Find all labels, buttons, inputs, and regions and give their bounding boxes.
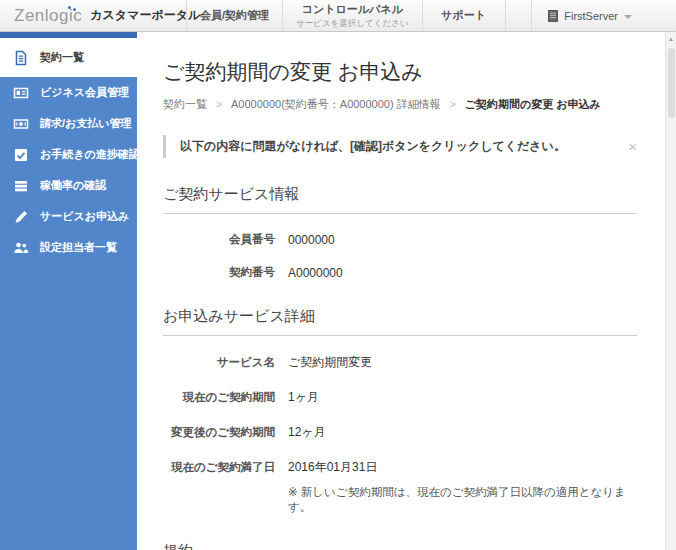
breadcrumb: 契約一覧 > A0000000(契約番号：A0000000) 詳細情報 > ご契…: [163, 97, 637, 112]
menu-sublabel: サービスを選択してください: [296, 18, 409, 30]
scrollbar[interactable]: ▲: [665, 32, 676, 550]
pen-icon: [13, 209, 29, 225]
sidebar-item-admin-list[interactable]: 設定担当者一覧: [0, 232, 137, 263]
header-menu: 会員/契約管理 コントロールパネル サービスを選択してください サポート: [186, 0, 506, 31]
main-content: ご契約期間の変更 お申込み 契約一覧 > A0000000(契約番号：A0000…: [137, 32, 665, 550]
close-icon[interactable]: ×: [628, 139, 637, 154]
sidebar-item-business-member[interactable]: ビジネス会員管理: [0, 77, 137, 108]
section-heading: ご契約サービス情報: [163, 185, 637, 214]
field-value: 2016年01月31日: [288, 459, 377, 476]
field-label: 契約番号: [163, 265, 275, 280]
section-heading: お申込みサービス詳細: [163, 307, 637, 336]
sidebar-item-label: 設定担当者一覧: [40, 240, 117, 255]
sidebar-item-progress-check[interactable]: お手続きの進捗確認: [0, 139, 137, 170]
sidebar-item-label: 稼働率の確認: [40, 178, 106, 193]
notice-banner: 以下の内容に問題がなければ、[確認]ボタンをクリックしてください。 ×: [163, 135, 637, 158]
page-title: ご契約期間の変更 お申込み: [163, 58, 637, 86]
menu-label: コントロールパネル: [302, 2, 403, 17]
billing-icon: [13, 116, 29, 132]
breadcrumb-current: ご契約期間の変更 お申込み: [465, 98, 601, 110]
menu-support[interactable]: サポート: [422, 0, 506, 31]
portal-title: カスタマーポータル: [90, 7, 200, 24]
field-value: A0000000: [288, 266, 343, 280]
sidebar-item-service-apply[interactable]: サービスお申込み: [0, 201, 137, 232]
sidebar-item-uptime[interactable]: 稼働率の確認: [0, 170, 137, 201]
sidebar-item-billing[interactable]: 請求/お支払い管理: [0, 108, 137, 139]
field-row-service-name: サービス名 ご契約期間変更: [163, 354, 637, 371]
field-label: 変更後のご契約期間: [163, 425, 275, 440]
notice-text: 以下の内容に問題がなければ、[確認]ボタンをクリックしてください。: [180, 138, 566, 155]
chevron-down-icon: [624, 15, 632, 19]
breadcrumb-separator: >: [450, 99, 456, 110]
scrollbar-thumb[interactable]: [668, 48, 675, 118]
section-heading: 規約: [163, 542, 637, 550]
account-menu[interactable]: FirstServer: [531, 0, 648, 31]
sidebar-item-label: 契約一覧: [40, 50, 84, 65]
field-value: 1ヶ月: [288, 389, 319, 406]
field-value: 0000000: [288, 233, 335, 247]
top-header: Zenlogic カスタマーポータル 会員/契約管理 コントロールパネル サービ…: [0, 0, 676, 32]
server-icon: [548, 10, 558, 22]
field-row-new-period: 変更後のご契約期間 12ヶ月: [163, 424, 637, 441]
menu-control-panel[interactable]: コントロールパネル サービスを選択してください: [282, 0, 422, 31]
sidebar-item-contract-list[interactable]: 契約一覧: [0, 38, 137, 77]
zenlogic-logo-text: Zenlogic: [14, 6, 82, 26]
account-name: FirstServer: [564, 10, 618, 22]
field-row-contract-number: 契約番号 A0000000: [163, 265, 637, 280]
field-row-member-number: 会員番号 0000000: [163, 232, 637, 247]
section-application-detail: お申込みサービス詳細 サービス名 ご契約期間変更 現在のご契約期間 1ヶ月 変更…: [163, 307, 637, 515]
section-contract-service-info: ご契約サービス情報 会員番号 0000000 契約番号 A0000000: [163, 185, 637, 280]
field-label: 現在のご契約満了日: [163, 460, 275, 475]
field-value: 12ヶ月: [288, 424, 326, 441]
breadcrumb-detail[interactable]: A0000000(契約番号：A0000000) 詳細情報: [231, 98, 441, 110]
field-label: サービス名: [163, 355, 275, 370]
sidebar: 契約一覧 ビジネス会員管理 請求/お支払い管理 お手続きの進捗確認 稼働率の確認…: [0, 32, 137, 550]
field-label: 会員番号: [163, 232, 275, 247]
sidebar-item-label: ビジネス会員管理: [40, 85, 129, 100]
id-card-icon: [13, 85, 29, 101]
period-note: ※ 新しいご契約期間は、現在のご契約満了日以降の適用となります。: [288, 485, 637, 515]
field-row-expiry-date: 現在のご契約満了日 2016年01月31日: [163, 459, 637, 476]
bars-icon: [13, 178, 29, 194]
menu-member-contract[interactable]: 会員/契約管理: [186, 0, 282, 31]
menu-label: サポート: [441, 8, 486, 23]
menu-label: 会員/契約管理: [200, 8, 269, 23]
sidebar-item-label: お手続きの進捗確認: [40, 147, 140, 162]
field-label: 現在のご契約期間: [163, 390, 275, 405]
sidebar-item-label: 請求/お支払い管理: [40, 116, 132, 131]
app-logo[interactable]: Zenlogic カスタマーポータル: [0, 0, 186, 31]
people-icon: [13, 240, 29, 256]
sidebar-item-label: サービスお申込み: [40, 209, 129, 224]
check-square-icon: [13, 147, 29, 163]
section-terms: 規約 同意事項* ホスティング利用契約約款 に同意する: [163, 542, 637, 550]
scroll-up-arrow[interactable]: ▲: [666, 32, 676, 46]
document-icon: [13, 50, 29, 66]
breadcrumb-contract-list[interactable]: 契約一覧: [163, 98, 207, 110]
field-row-current-period: 現在のご契約期間 1ヶ月: [163, 389, 637, 406]
field-value: ご契約期間変更: [288, 354, 372, 371]
breadcrumb-separator: >: [216, 99, 222, 110]
